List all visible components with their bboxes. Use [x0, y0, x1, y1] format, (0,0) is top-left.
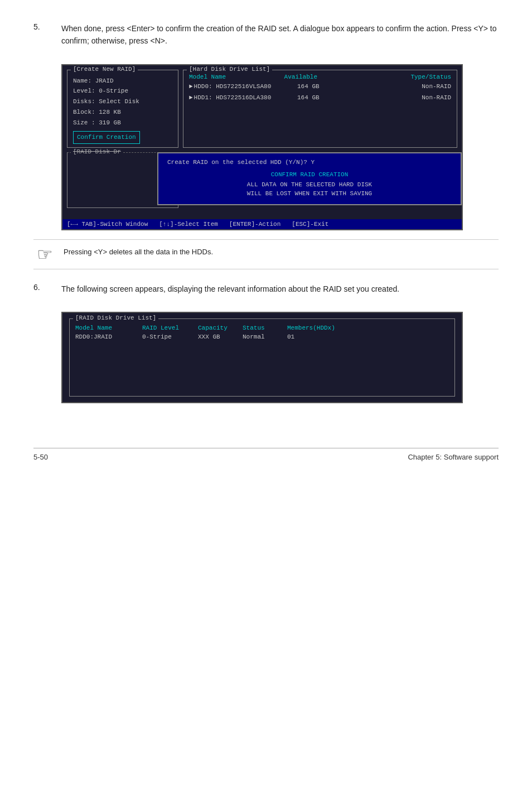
size-field: Size : 319 GB	[73, 118, 172, 128]
col-model-header: Model Name	[189, 74, 278, 80]
rd-status: Normal	[243, 334, 287, 340]
statusbar-tab: [←→ TAB]-Switch Window	[67, 221, 148, 228]
hdd-column-headers: Model Name Available Type/Status	[189, 74, 451, 80]
confirm-creation-button[interactable]: Confirm Creation	[73, 131, 140, 144]
step-number-5: 5.	[33, 22, 50, 47]
disk-row-1: ► HDD1: HDS722516DLA380 164 GB Non-RAID	[189, 93, 451, 104]
rh-members: Members(HDDx)	[287, 325, 449, 331]
warning-line1: ALL DATA ON THE SELECTED HARD DISK	[167, 180, 452, 190]
rd-model: RDD0:JRAID	[75, 334, 142, 340]
confirm-dialog: Create RAID on the selected HDD (Y/N)? Y…	[157, 152, 462, 205]
disk0-name: HDD0: HDS722516VLSA80	[194, 81, 280, 93]
raid-disk-drive-list-panel: [RAID Disk Drive List] Model Name RAID L…	[69, 318, 455, 397]
rh-status: Status	[243, 325, 287, 331]
col-available-header: Available	[278, 74, 317, 80]
statusbar-esc: [ESC]-Exit	[292, 221, 328, 228]
rd-capacity: XXX GB	[198, 334, 243, 340]
step-5: 5. When done, press <Enter> to confirm t…	[33, 22, 499, 47]
disk-row-0: ► HDD0: HDS722516VLSA80 164 GB Non-RAID	[189, 81, 451, 93]
dialog-warning: ALL DATA ON THE SELECTED HARD DISK WILL …	[167, 180, 452, 199]
rh-level: RAID Level	[142, 325, 198, 331]
note-text: Pressing <Y> deletes all the data in the…	[64, 245, 213, 256]
rd-members: 01	[287, 334, 449, 340]
bios-statusbar: [←→ TAB]-Switch Window [↑↓]-Select Item …	[62, 219, 462, 229]
level-field: Level: 0-Stripe	[73, 86, 172, 96]
raid-stub-title: [RAID Disk Dr	[71, 148, 123, 155]
dialog-prompt: Create RAID on the selected HDD (Y/N)? Y	[167, 159, 452, 166]
page-number: 5-50	[33, 453, 48, 461]
note-icon: ☞	[33, 245, 56, 263]
rh-model: Model Name	[75, 325, 142, 331]
step-text-5: When done, press <Enter> to confirm the …	[61, 22, 499, 47]
bios-bottom-section: [RAID Disk Dr Create RAID on the selecte…	[62, 152, 462, 219]
disk0-arrow: ►	[189, 81, 193, 93]
statusbar-select: [↑↓]-Select Item	[159, 221, 218, 228]
raid-list-title: [RAID Disk Drive List]	[73, 315, 158, 321]
disk1-name: HDD1: HDS722516DLA380	[194, 93, 280, 104]
disk1-arrow: ►	[189, 93, 193, 104]
page-footer: 5-50 Chapter 5: Software support	[33, 448, 499, 461]
col-type-header: Type/Status	[317, 74, 451, 80]
name-field: Name: JRAID	[73, 76, 172, 86]
disk1-type: Non-RAID	[320, 93, 451, 104]
create-panel-title: [Create New RAID]	[71, 66, 138, 73]
raid-list-headers: Model Name RAID Level Capacity Status Me…	[75, 325, 449, 331]
bios-screen-1: [Create New RAID] Name: JRAID Level: 0-S…	[61, 64, 463, 230]
rh-capacity: Capacity	[198, 325, 243, 331]
disk0-type: Non-RAID	[320, 81, 451, 93]
bios-screen-2: [RAID Disk Drive List] Model Name RAID L…	[61, 312, 463, 403]
note-box: ☞ Pressing <Y> deletes all the data in t…	[33, 239, 499, 269]
statusbar-enter: [ENTER]-Action	[229, 221, 280, 228]
create-new-raid-panel: [Create New RAID] Name: JRAID Level: 0-S…	[67, 70, 178, 148]
disk1-size: 164 GB	[280, 93, 320, 104]
create-panel-content: Name: JRAID Level: 0-Stripe Disks: Selec…	[73, 76, 172, 144]
hard-disk-drive-list-panel: [Hard Disk Drive List] Model Name Availa…	[183, 70, 457, 148]
hdd-panel-title: [Hard Disk Drive List]	[187, 66, 272, 73]
raid-data-row-0: RDD0:JRAID 0-Stripe XXX GB Normal 01	[75, 334, 449, 340]
warning-line2: WILL BE LOST WHEN EXIT WITH SAVING	[167, 189, 452, 199]
rd-level: 0-Stripe	[142, 334, 198, 340]
dialog-title: CONFIRM RAID CREATION	[167, 171, 452, 178]
block-field: Block: 128 KB	[73, 107, 172, 118]
disk0-size: 164 GB	[280, 81, 320, 93]
step-text-6: The following screen appears, displaying…	[61, 283, 399, 295]
step-number-6: 6.	[33, 283, 50, 295]
step-6: 6. The following screen appears, display…	[33, 283, 499, 295]
chapter-title: Chapter 5: Software support	[408, 453, 499, 461]
disks-field: Disks: Select Disk	[73, 96, 172, 107]
